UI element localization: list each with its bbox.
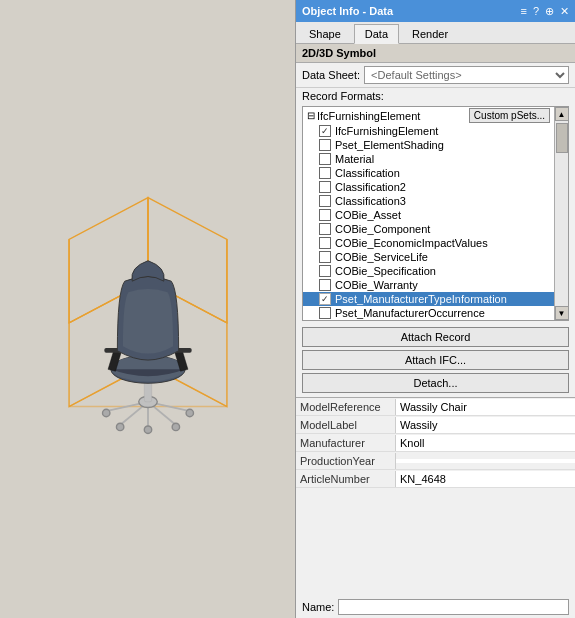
checkbox-12[interactable] (319, 293, 331, 305)
section-header: 2D/3D Symbol (296, 44, 575, 63)
action-buttons: Attach Record Attach IFC... Detach... (296, 323, 575, 397)
name-input[interactable] (338, 599, 569, 615)
tab-render[interactable]: Render (401, 24, 459, 43)
tree-label-6: COBie_Asset (335, 209, 401, 221)
svg-point-18 (186, 409, 193, 416)
data-sheet-label: Data Sheet: (302, 69, 360, 81)
tree-item-7[interactable]: COBie_Component (303, 222, 554, 236)
svg-point-15 (116, 423, 123, 430)
prop-value-4: KN_4648 (396, 471, 575, 487)
tab-bar: Shape Data Render (296, 22, 575, 44)
pin-icon[interactable]: ⊕ (545, 5, 554, 18)
scroll-up-arrow[interactable]: ▲ (555, 107, 569, 121)
tree-item-3[interactable]: Classification (303, 166, 554, 180)
prop-row-1: ModelLabel Wassily (296, 416, 575, 434)
checkbox-1[interactable] (319, 139, 331, 151)
checkbox-5[interactable] (319, 195, 331, 207)
tree-item-4[interactable]: Classification2 (303, 180, 554, 194)
svg-point-19 (144, 426, 151, 433)
checkbox-8[interactable] (319, 237, 331, 249)
panel-title: Object Info - Data (302, 5, 393, 17)
title-icons: ≡ ? ⊕ ✕ (520, 5, 569, 18)
tree-label-0: IfcFurnishingElement (335, 125, 438, 137)
prop-label-2: Manufacturer (296, 435, 396, 451)
right-panel: Object Info - Data ≡ ? ⊕ ✕ Shape Data Re… (295, 0, 575, 618)
tree-item-2[interactable]: Material (303, 152, 554, 166)
scroll-thumb[interactable] (556, 123, 568, 153)
attach-ifc-button[interactable]: Attach IFC... (302, 350, 569, 370)
prop-label-1: ModelLabel (296, 417, 396, 433)
hex-wireframe (33, 179, 263, 439)
chair-area (18, 29, 278, 589)
tree-item-9[interactable]: COBie_ServiceLife (303, 250, 554, 264)
tree-label-3: Classification (335, 167, 400, 179)
chair-preview-panel (0, 0, 295, 618)
help-icon[interactable]: ? (533, 5, 539, 18)
prop-row-3: ProductionYear (296, 452, 575, 470)
tree-root-label: IfcFurnishingElement (317, 110, 420, 122)
checkbox-2[interactable] (319, 153, 331, 165)
prop-value-2: Knoll (396, 435, 575, 451)
checkbox-7[interactable] (319, 223, 331, 235)
tree-item-10[interactable]: COBie_Specification (303, 264, 554, 278)
prop-value-1: Wassily (396, 417, 575, 433)
checkbox-6[interactable] (319, 209, 331, 221)
data-sheet-row: Data Sheet: <Default Settings> (296, 63, 575, 88)
tree-label-4: Classification2 (335, 181, 406, 193)
tab-shape[interactable]: Shape (298, 24, 352, 43)
menu-icon[interactable]: ≡ (520, 5, 526, 18)
checkbox-9[interactable] (319, 251, 331, 263)
record-formats-label: Record Formats: (296, 88, 575, 104)
data-sheet-select[interactable]: <Default Settings> (364, 66, 569, 84)
tree-list: ⊟ IfcFurnishingElement Custom pSets... I… (303, 107, 554, 320)
prop-label-3: ProductionYear (296, 453, 396, 469)
name-row: Name: (296, 596, 575, 618)
svg-point-17 (102, 409, 109, 416)
prop-row-4: ArticleNumber KN_4648 (296, 470, 575, 488)
custom-psets-button[interactable]: Custom pSets... (469, 108, 550, 123)
tree-label-10: COBie_Specification (335, 265, 436, 277)
prop-label-0: ModelReference (296, 399, 396, 415)
svg-point-16 (172, 423, 179, 430)
tree-item-11[interactable]: COBie_Warranty (303, 278, 554, 292)
tree-item-0[interactable]: IfcFurnishingElement (303, 124, 554, 138)
tree-label-11: COBie_Warranty (335, 279, 418, 291)
expand-icon[interactable]: ⊟ (307, 110, 315, 121)
tree-label-12: Pset_ManufacturerTypeInformation (335, 293, 507, 305)
tree-label-5: Classification3 (335, 195, 406, 207)
detach-button[interactable]: Detach... (302, 373, 569, 393)
tab-data[interactable]: Data (354, 24, 399, 44)
title-bar: Object Info - Data ≡ ? ⊕ ✕ (296, 0, 575, 22)
prop-value-0: Wassily Chair (396, 399, 575, 415)
tree-label-1: Pset_ElementShading (335, 139, 444, 151)
checkbox-11[interactable] (319, 279, 331, 291)
prop-row-0: ModelReference Wassily Chair (296, 398, 575, 416)
tree-item-12[interactable]: Pset_ManufacturerTypeInformation (303, 292, 554, 306)
close-icon[interactable]: ✕ (560, 5, 569, 18)
tree-item-8[interactable]: COBie_EconomicImpactValues (303, 236, 554, 250)
tree-label-8: COBie_EconomicImpactValues (335, 237, 488, 249)
attach-record-button[interactable]: Attach Record (302, 327, 569, 347)
prop-value-3 (396, 459, 575, 463)
tree-item-1[interactable]: Pset_ElementShading (303, 138, 554, 152)
prop-row-2: Manufacturer Knoll (296, 434, 575, 452)
tree-wrapper: ⊟ IfcFurnishingElement Custom pSets... I… (302, 106, 569, 321)
properties-grid: ModelReference Wassily Chair ModelLabel … (296, 397, 575, 596)
tree-label-9: COBie_ServiceLife (335, 251, 428, 263)
tree-label-13: Pset_ManufacturerOccurrence (335, 307, 485, 319)
name-label: Name: (302, 601, 334, 613)
tree-label-7: COBie_Component (335, 223, 430, 235)
checkbox-10[interactable] (319, 265, 331, 277)
tree-item-5[interactable]: Classification3 (303, 194, 554, 208)
checkbox-0[interactable] (319, 125, 331, 137)
prop-label-4: ArticleNumber (296, 471, 396, 487)
tree-root[interactable]: ⊟ IfcFurnishingElement Custom pSets... (303, 107, 554, 124)
tree-item-13[interactable]: Pset_ManufacturerOccurrence (303, 306, 554, 320)
tree-label-2: Material (335, 153, 374, 165)
checkbox-4[interactable] (319, 181, 331, 193)
scroll-down-arrow[interactable]: ▼ (555, 306, 569, 320)
tree-scrollbar[interactable]: ▲ ▼ (554, 107, 568, 320)
tree-item-6[interactable]: COBie_Asset (303, 208, 554, 222)
checkbox-3[interactable] (319, 167, 331, 179)
checkbox-13[interactable] (319, 307, 331, 319)
